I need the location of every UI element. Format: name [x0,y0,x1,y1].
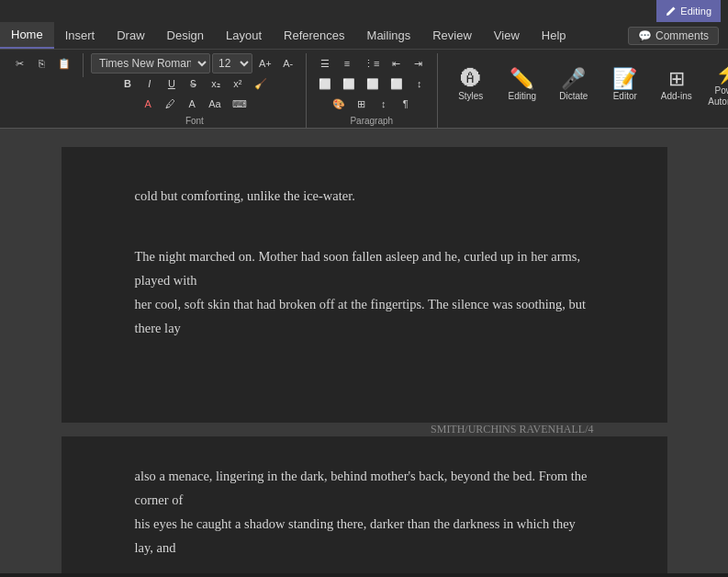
highlight-button[interactable]: 🖊 [160,94,180,114]
page2-text2: his eyes he caught a shadow standing the… [135,512,594,560]
document-area[interactable]: cold but comforting, unlike the ice-wate… [0,129,728,573]
strikethrough-button[interactable]: S̶ [184,74,204,94]
font-row1: Times New Roman 12 10 11 14 16 A+ A- [91,53,298,74]
superscript-button[interactable]: x² [228,74,248,94]
subscript-button[interactable]: x₂ [206,74,226,94]
clear-format-button[interactable]: 🧹 [250,74,272,94]
copy-button[interactable]: ⎘ [31,53,51,74]
page1-text1: cold but comforting, unlike the ice-wate… [135,184,594,208]
title-bar: Editing [0,0,728,22]
dictate-label: Dictate [559,91,588,102]
numbering-button[interactable]: ≡ [337,53,357,74]
menu-home[interactable]: Home [0,22,54,49]
page2-text1: also a menace, lingering in the dark, be… [135,464,594,512]
increase-font-button[interactable]: A+ [254,53,276,74]
decrease-indent-button[interactable]: ⇤ [386,53,406,74]
page1-text2: The night marched on. Mother had soon fa… [135,244,594,292]
show-marks-button[interactable]: ¶ [396,94,416,114]
borders-button[interactable]: ⊞ [352,94,372,114]
power-automate-label: PowerAutomate [708,85,728,107]
line-spacing-button[interactable]: ↕ [409,74,430,94]
ribbon-big-group: 🅐 Styles ✏️ Editing 🎤 Dictate 📝 Editor ⊞… [442,53,728,118]
editing-badge: Editing [656,0,721,22]
editor-icon: 📝 [612,69,637,89]
para-row3: 🎨 ⊞ ↕ ¶ [328,94,416,114]
font-dialog-button[interactable]: ⌨ [228,94,252,114]
editor-button[interactable]: 📝 Editor [599,53,651,118]
editing-btn-label: Editing [508,91,536,102]
addins-button[interactable]: ⊞ Add-ins [651,53,702,118]
change-case-button[interactable]: Aa [204,94,225,114]
font-group-label: Font [185,116,204,126]
power-automate-icon: ⚡ [715,63,728,84]
menu-insert[interactable]: Insert [54,22,106,49]
italic-button[interactable]: I [140,74,160,94]
ribbon: ✂ ⎘ 📋 Times New Roman 12 10 11 14 16 A+ … [0,50,728,129]
font-size-select[interactable]: 12 10 11 14 16 [212,53,252,74]
underline-button[interactable]: U [162,74,182,94]
align-left-button[interactable]: ⬜ [314,74,336,94]
styles-icon: 🅐 [461,69,481,89]
editor-label: Editor [613,91,637,102]
ribbon-paragraph-group: ☰ ≡ ⋮≡ ⇤ ⇥ ⬜ ⬜ ⬜ ⬜ ↕ 🎨 ⊞ ↕ ¶ Paragraph [310,53,438,128]
addins-label: Add-ins [661,91,692,102]
page-header-text: SMITH/URCHINS RAVENHALL/4 [431,423,593,436]
dictate-button[interactable]: 🎤 Dictate [548,53,599,118]
document-page2[interactable]: also a menace, lingering in the dark, be… [62,436,667,573]
menu-references[interactable]: References [273,22,355,49]
comments-label: Comments [655,29,709,42]
page-break-header: SMITH/URCHINS RAVENHALL/4 [62,423,667,436]
bullets-button[interactable]: ☰ [315,53,335,74]
styles-label: Styles [458,91,483,102]
menu-help[interactable]: Help [531,22,577,49]
menu-review[interactable]: Review [421,22,483,49]
paragraph-group-label: Paragraph [350,116,393,126]
paste-button[interactable]: 📋 [53,53,75,74]
menu-draw[interactable]: Draw [106,22,155,49]
clipboard-row: ✂ ⎘ 📋 [9,53,75,74]
comments-button[interactable]: 💬 Comments [628,27,719,45]
font-color-button[interactable]: A [138,94,158,114]
menu-bar: Home Insert Draw Design Layout Reference… [0,22,728,50]
power-automate-button[interactable]: ⚡ PowerAutomate [702,53,728,118]
align-right-button[interactable]: ⬜ [362,74,384,94]
editing-button[interactable]: ✏️ Editing [497,53,548,118]
pencil-icon [666,6,677,17]
justify-button[interactable]: ⬜ [386,74,408,94]
comment-icon: 💬 [638,29,652,42]
bold-button[interactable]: B [118,74,138,94]
font-row3: A 🖊 A Aa ⌨ [138,94,251,114]
ribbon-clipboard-group: ✂ ⎘ 📋 [6,53,84,77]
align-center-button[interactable]: ⬜ [338,74,360,94]
sort-button[interactable]: ↕ [374,94,394,114]
document-page1[interactable]: cold but comforting, unlike the ice-wate… [62,147,667,423]
increase-indent-button[interactable]: ⇥ [408,53,428,74]
font-row2: B I U S̶ x₂ x² 🧹 [118,74,272,94]
menu-mailings[interactable]: Mailings [356,22,422,49]
menu-layout[interactable]: Layout [215,22,273,49]
menu-view[interactable]: View [483,22,531,49]
multilevel-button[interactable]: ⋮≡ [359,53,384,74]
styles-button[interactable]: 🅐 Styles [445,53,497,118]
addins-icon: ⊞ [668,69,685,89]
text-color-button[interactable]: A [182,94,202,114]
page1-text3: her cool, soft skin that had broken off … [135,292,594,340]
para-row1: ☰ ≡ ⋮≡ ⇤ ⇥ [315,53,428,74]
ribbon-font-group: Times New Roman 12 10 11 14 16 A+ A- B I… [87,53,307,128]
dictate-icon: 🎤 [561,69,586,89]
font-name-select[interactable]: Times New Roman [91,53,210,74]
cut-button[interactable]: ✂ [9,53,29,74]
decrease-font-button[interactable]: A- [278,53,298,74]
shading-button[interactable]: 🎨 [328,94,350,114]
para-row2: ⬜ ⬜ ⬜ ⬜ ↕ [314,74,430,94]
editing-icon: ✏️ [510,69,534,89]
editing-label: Editing [680,6,711,17]
menu-design[interactable]: Design [156,22,215,49]
